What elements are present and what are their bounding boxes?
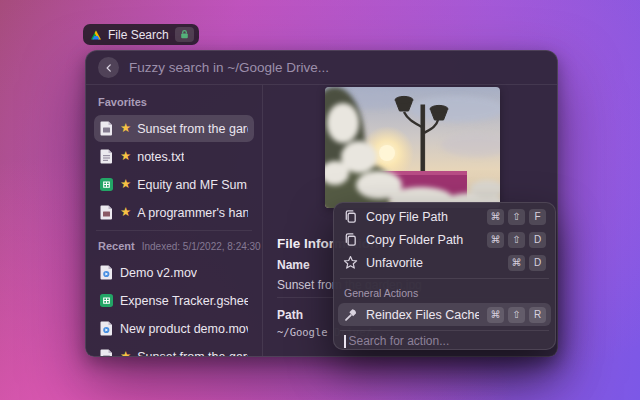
action-menu-items: Copy File Path⌘⇧FCopy Folder Path⌘⇧DUnfa… (338, 205, 551, 326)
section-title: Recent (98, 240, 135, 252)
keycap: ⇧ (508, 307, 525, 323)
keycap: ⇧ (508, 232, 525, 248)
gsheet-file-icon (100, 178, 114, 191)
field-label-name: Name (277, 258, 310, 272)
keycap: ⌘ (487, 209, 504, 225)
star-icon: ★ (120, 178, 131, 191)
text-file-icon (100, 149, 114, 164)
list-item[interactable]: ★Sunset from the garden.jpg (94, 343, 254, 356)
menu-divider (340, 278, 549, 279)
star-icon: ★ (120, 150, 131, 163)
list-item[interactable]: ★Equity and MF Sum.gsheet (94, 171, 254, 198)
list-item[interactable]: New product demo.mov (94, 315, 254, 342)
file-name: Sunset from the garden.jpg (137, 350, 248, 357)
star-outline-icon (343, 255, 358, 270)
search-bar (86, 51, 557, 85)
file-name: Expense Tracker.gsheet (120, 294, 248, 308)
action-item[interactable]: Unfavorite⌘D (338, 251, 551, 274)
command-tag-label: File Search (108, 28, 169, 42)
back-button[interactable] (98, 57, 119, 78)
action-item[interactable]: Reindex Files Cache⌘⇧R (338, 303, 551, 326)
list-item[interactable]: Demo v2.mov (94, 259, 254, 286)
keycap: F (529, 209, 546, 225)
action-search-row (338, 335, 551, 347)
shortcut-keys: ⌘⇧F (487, 209, 546, 225)
google-drive-icon (90, 29, 102, 41)
copy-icon (343, 209, 358, 224)
keycap: ⌘ (487, 232, 504, 248)
search-input[interactable] (129, 60, 545, 75)
mov-file-icon (100, 265, 114, 280)
file-name: Sunset from the garden.jpg (137, 122, 248, 136)
image-file-icon (100, 121, 114, 136)
list-item[interactable]: ★A programmer's handbook.p... (94, 199, 254, 226)
shortcut-keys: ⌘⇧R (487, 307, 546, 323)
photo-preview (325, 87, 500, 208)
keycap: ⌘ (508, 255, 525, 271)
keycap: R (529, 307, 546, 323)
lock-badge-icon (175, 27, 194, 42)
file-name: notes.txt (137, 150, 184, 164)
file-name: New product demo.mov (120, 322, 248, 336)
doc-file-icon (100, 205, 114, 220)
list-item[interactable]: ★notes.txt (94, 143, 254, 170)
action-label: Unfavorite (366, 256, 500, 270)
keycap: D (529, 232, 546, 248)
action-label: Copy Folder Path (366, 233, 479, 247)
action-search-input[interactable] (349, 334, 546, 348)
gsheet-file-icon (100, 294, 114, 307)
action-item[interactable]: Copy Folder Path⌘⇧D (338, 228, 551, 251)
image-file-icon (100, 349, 114, 356)
list-item[interactable]: Expense Tracker.gsheet (94, 287, 254, 314)
section-header: Favorites (94, 87, 254, 114)
action-menu: Copy File Path⌘⇧FCopy Folder Path⌘⇧DUnfa… (333, 202, 556, 350)
list-item[interactable]: ★Sunset from the garden.jpg (94, 115, 254, 142)
sidebar-list: Favorites★Sunset from the garden.jpg★not… (86, 85, 263, 356)
command-tag: File Search (83, 24, 199, 45)
section-header: RecentIndexed: 5/1/2022, 8:24:30 PM (94, 231, 254, 258)
menu-section-title: General Actions (338, 283, 551, 303)
desktop: File Search Favorites★Sunset from the ga… (0, 0, 640, 400)
field-label-path: Path (277, 308, 303, 322)
section-title: Favorites (98, 96, 147, 108)
star-icon: ★ (120, 122, 131, 135)
shortcut-keys: ⌘⇧D (487, 232, 546, 248)
action-label: Copy File Path (366, 210, 479, 224)
action-item[interactable]: Copy File Path⌘⇧F (338, 205, 551, 228)
shortcut-keys: ⌘D (508, 255, 546, 271)
hammer-icon (343, 307, 358, 322)
file-name: Equity and MF Sum.gsheet (137, 178, 248, 192)
keycap: D (529, 255, 546, 271)
copy-icon (343, 232, 358, 247)
mov-file-icon (100, 321, 114, 336)
star-icon: ★ (120, 206, 131, 219)
keycap: ⌘ (487, 307, 504, 323)
section-meta: Indexed: 5/1/2022, 8:24:30 PM (142, 241, 263, 252)
star-icon: ★ (120, 350, 131, 356)
action-label: Reindex Files Cache (366, 308, 479, 322)
keycap: ⇧ (508, 209, 525, 225)
file-name: Demo v2.mov (120, 266, 197, 280)
file-name: A programmer's handbook.p... (137, 206, 248, 220)
menu-divider (340, 330, 549, 331)
text-caret (344, 335, 346, 348)
